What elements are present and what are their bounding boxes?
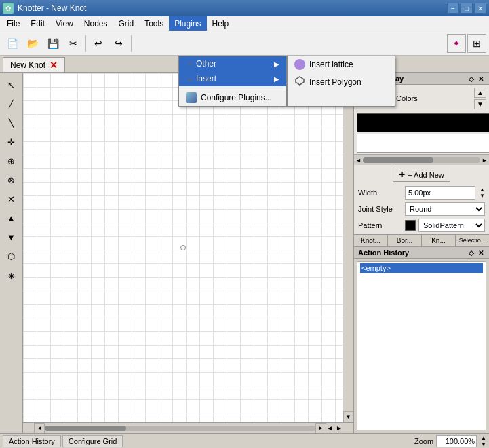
pattern-color-dot[interactable] xyxy=(405,220,416,231)
tool-cross[interactable]: ✛ xyxy=(3,133,20,151)
canvas-scroll-v[interactable]: ▲ ▼ xyxy=(343,73,353,422)
color-scroll-thumb xyxy=(363,157,433,163)
knot-display-close[interactable]: ✕ xyxy=(477,75,485,83)
tool-extra[interactable]: ◈ xyxy=(3,266,20,284)
h-scroll-thumb[interactable] xyxy=(45,426,126,431)
tool-line[interactable]: ╲ xyxy=(3,114,20,132)
menu-tools[interactable]: Tools xyxy=(139,16,169,31)
menu-item-insert[interactable]: ↘ Insert ▶ xyxy=(179,71,286,86)
canvas-nav-left[interactable]: ◄ xyxy=(326,424,333,432)
width-row: Width ▲▼ xyxy=(354,185,489,201)
color-scroll-track[interactable] xyxy=(363,157,480,163)
color-scroll-bar[interactable]: ◄ ► xyxy=(354,154,489,165)
canvas-nav-right[interactable]: ► xyxy=(336,424,343,432)
menu-bar: File Edit View Nodes Grid Tools Plugins … xyxy=(0,16,489,31)
configure-label: Configure Plugins... xyxy=(201,93,272,102)
pattern-row: Pattern SolidPattern xyxy=(354,217,489,234)
width-label: Width xyxy=(358,189,402,197)
tab-border[interactable]: Bor... xyxy=(388,235,422,246)
pattern-select[interactable]: SolidPattern xyxy=(418,219,485,232)
insert-icon: ↘ xyxy=(186,75,192,83)
action-history-title: Action History xyxy=(358,248,409,257)
tab-knot2[interactable]: Kn... xyxy=(422,235,456,246)
scroll-left-arrow[interactable]: ◄ xyxy=(34,423,45,434)
zoom-updown[interactable]: ▲▼ xyxy=(481,435,486,447)
undo-button[interactable]: ↩ xyxy=(89,34,108,53)
menu-item-other[interactable]: ↗ Other ▶ xyxy=(179,56,286,71)
color-swatch-white[interactable] xyxy=(357,134,489,153)
export-button[interactable]: ✂ xyxy=(64,34,83,53)
left-toolbar: ↖ ╱ ╲ ✛ ⊕ ⊗ ✕ ▲ ▼ ⬡ ◈ xyxy=(0,73,23,433)
scroll-right-icon[interactable]: ► xyxy=(482,157,488,164)
tool-hex[interactable]: ⬡ xyxy=(3,247,20,265)
tool-move[interactable]: ╱ xyxy=(3,95,20,113)
pattern-label: Pattern xyxy=(358,221,402,229)
action-history-button[interactable]: Action History xyxy=(3,435,61,447)
history-empty-item[interactable]: <empty> xyxy=(360,263,483,273)
scroll-left-icon[interactable]: ◄ xyxy=(355,157,361,164)
knot-tabs: Knot... Bor... Kn... Selectio... xyxy=(354,234,489,247)
submenu-insert-lattice[interactable]: Insert lattice xyxy=(288,56,395,73)
menu-plugins[interactable]: Plugins xyxy=(169,16,206,31)
tool-up[interactable]: ▲ xyxy=(3,209,20,227)
plugin-icon-2[interactable]: ⊞ xyxy=(467,34,486,53)
insert-arrow: ▶ xyxy=(274,75,279,83)
tab-new-knot[interactable]: New Knot ✕ xyxy=(3,57,65,72)
knot-display-collapse[interactable]: ◇ xyxy=(467,75,475,83)
h-scroll-track[interactable] xyxy=(45,426,315,431)
new-button[interactable]: 📄 xyxy=(3,34,22,53)
menu-item-configure[interactable]: Configure Plugins... xyxy=(179,90,286,106)
joint-style-select[interactable]: Round Miter Bevel xyxy=(405,202,485,216)
redo-button[interactable]: ↪ xyxy=(109,34,128,53)
action-history-content: <empty> xyxy=(357,261,486,430)
submenu-insert-polygon[interactable]: Insert Polygon xyxy=(288,73,395,91)
close-button[interactable]: ✕ xyxy=(474,3,486,14)
menu-grid[interactable]: Grid xyxy=(113,16,140,31)
menu-edit[interactable]: Edit xyxy=(25,16,50,31)
tool-select[interactable]: ↖ xyxy=(3,76,20,94)
scroll-right-arrow[interactable]: ► xyxy=(315,423,326,434)
tool-add-node[interactable]: ⊕ xyxy=(3,152,20,170)
color-swatch-black[interactable] xyxy=(357,113,489,132)
action-history-close[interactable]: ✕ xyxy=(477,249,485,257)
canvas-grid xyxy=(23,73,343,422)
open-button[interactable]: 📂 xyxy=(23,34,42,53)
insert-submenu: Insert lattice Insert Polygon xyxy=(287,56,395,107)
save-button[interactable]: 💾 xyxy=(43,34,62,53)
svg-marker-0 xyxy=(296,77,304,85)
move-down-icon[interactable]: ▼ xyxy=(474,99,486,109)
canvas-wrapper: ▲ ▼ ◄ ► ◄ ► xyxy=(23,73,353,433)
width-input[interactable] xyxy=(405,186,475,200)
tab-selection[interactable]: Selectio... xyxy=(456,235,489,246)
minimize-button[interactable]: − xyxy=(447,3,459,14)
menu-nodes[interactable]: Nodes xyxy=(79,16,113,31)
canvas-area[interactable] xyxy=(23,73,343,422)
tool-delete[interactable]: ✕ xyxy=(3,190,20,208)
insert-label: Insert xyxy=(196,74,216,83)
plugin-icon-1[interactable]: ✦ xyxy=(447,34,466,53)
canvas-center-dot xyxy=(180,245,186,250)
action-history-section: Action History ◇ ✕ <empty> xyxy=(354,247,489,433)
plugins-dropdown: ↗ Other ▶ ↘ Insert ▶ Configure Plugins..… xyxy=(178,56,395,107)
maximize-button[interactable]: □ xyxy=(461,3,473,14)
configure-grid-button[interactable]: Configure Grid xyxy=(62,435,123,447)
tool-down[interactable]: ▼ xyxy=(3,228,20,246)
plugins-menu: ↗ Other ▶ ↘ Insert ▶ Configure Plugins..… xyxy=(178,56,287,107)
width-updown[interactable]: ▲▼ xyxy=(480,187,485,199)
tool-remove-node[interactable]: ⊗ xyxy=(3,171,20,189)
zoom-input[interactable] xyxy=(436,435,477,447)
canvas-scroll-h[interactable]: ◄ ► ◄ ► xyxy=(23,422,353,433)
menu-file[interactable]: File xyxy=(1,16,25,31)
insert-lattice-label: Insert lattice xyxy=(309,60,353,69)
menu-view[interactable]: View xyxy=(50,16,79,31)
tab-knot[interactable]: Knot... xyxy=(354,235,388,246)
main-layout: ↖ ╱ ╲ ✛ ⊕ ⊗ ✕ ▲ ▼ ⬡ ◈ ▲ ▼ xyxy=(0,73,489,433)
tab-close-icon[interactable]: ✕ xyxy=(50,60,58,71)
title-bar: ✿ Knotter - New Knot − □ ✕ xyxy=(0,0,489,16)
scroll-down-arrow[interactable]: ▼ xyxy=(343,411,354,422)
add-new-button[interactable]: ✚ + Add New xyxy=(393,168,450,182)
move-up-icon[interactable]: ▲ xyxy=(474,88,486,98)
app-icon: ✿ xyxy=(3,3,14,14)
menu-help[interactable]: Help xyxy=(207,16,235,31)
action-history-collapse[interactable]: ◇ xyxy=(467,249,475,257)
